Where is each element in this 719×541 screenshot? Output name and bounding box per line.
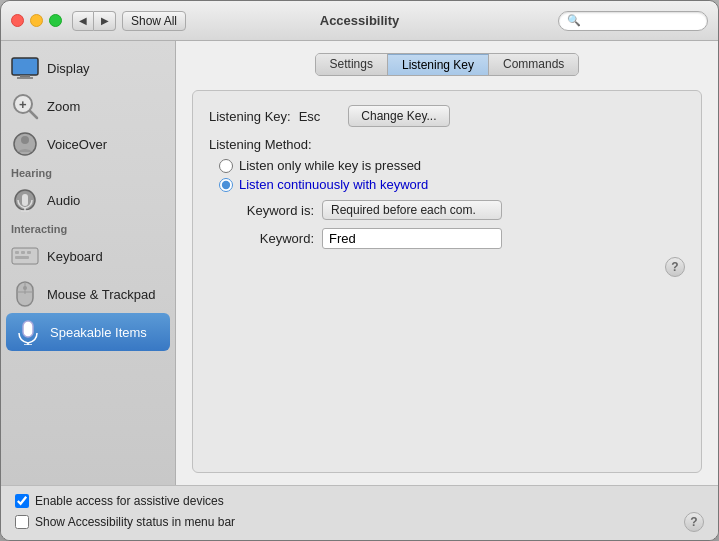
sidebar-item-mouse-trackpad[interactable]: Mouse & Trackpad: [1, 275, 175, 313]
svg-rect-13: [15, 251, 19, 254]
svg-point-20: [23, 286, 27, 290]
svg-rect-14: [21, 251, 25, 254]
main-panel: Settings Listening Key Commands Listenin…: [176, 41, 718, 485]
audio-icon: [11, 186, 39, 214]
back-button[interactable]: ◀: [72, 11, 94, 31]
radio-while-pressed[interactable]: [219, 159, 233, 173]
keyword-is-dropdown-wrapper: Required before each com. Optional befor…: [322, 200, 502, 220]
radio-row-while-pressed: Listen only while key is pressed: [219, 158, 685, 173]
traffic-lights: [11, 14, 62, 27]
checkbox-row-assistive: Enable access for assistive devices: [15, 494, 704, 508]
listening-key-label: Listening Key:: [209, 109, 291, 124]
keyword-label: Keyword:: [229, 231, 314, 246]
window-title: Accessibility: [320, 13, 400, 28]
titlebar: ◀ ▶ Show All Accessibility 🔍: [1, 1, 718, 41]
keyword-is-row: Keyword is: Required before each com. Op…: [229, 200, 685, 220]
maximize-button[interactable]: [49, 14, 62, 27]
sidebar-label-speakable-items: Speakable Items: [50, 325, 147, 340]
radio-row-continuously: Listen continuously with keyword: [219, 177, 685, 192]
bottom-help-icon[interactable]: ?: [684, 512, 704, 532]
interacting-section-label: Interacting: [1, 219, 175, 237]
minimize-button[interactable]: [30, 14, 43, 27]
speakable-icon: [14, 318, 42, 346]
checkbox-assistive-devices[interactable]: [15, 494, 29, 508]
tab-group: Settings Listening Key Commands: [315, 53, 580, 76]
radio-label-continuously: Listen continuously with keyword: [239, 177, 428, 192]
tabs-bar: Settings Listening Key Commands: [192, 53, 702, 76]
tab-listening-key[interactable]: Listening Key: [388, 54, 489, 75]
close-button[interactable]: [11, 14, 24, 27]
search-input[interactable]: [584, 14, 699, 28]
content: Display + Zoom: [1, 41, 718, 485]
help-row: ?: [209, 257, 685, 277]
svg-rect-15: [27, 251, 31, 254]
sidebar-item-speakable-items[interactable]: Speakable Items: [6, 313, 170, 351]
checkbox-label-assistive: Enable access for assistive devices: [35, 494, 224, 508]
nav-buttons: ◀ ▶: [72, 11, 116, 31]
listening-method-section: Listening Method: Listen only while key …: [209, 137, 685, 192]
keyword-input[interactable]: [322, 228, 502, 249]
radio-continuously[interactable]: [219, 178, 233, 192]
svg-rect-9: [22, 194, 28, 206]
tab-settings[interactable]: Settings: [316, 54, 388, 75]
svg-rect-21: [23, 321, 33, 337]
svg-rect-0: [12, 58, 38, 75]
listening-key-value: Esc: [299, 109, 321, 124]
forward-button[interactable]: ▶: [94, 11, 116, 31]
sidebar-item-keyboard[interactable]: Keyboard: [1, 237, 175, 275]
settings-area: Listening Key: Esc Change Key... Listeni…: [192, 90, 702, 473]
sidebar-label-display: Display: [47, 61, 90, 76]
keyword-is-label: Keyword is:: [229, 203, 314, 218]
listening-method-label: Listening Method:: [209, 137, 685, 152]
svg-point-7: [21, 136, 29, 144]
help-icon[interactable]: ?: [665, 257, 685, 277]
sidebar-item-zoom[interactable]: + Zoom: [1, 87, 175, 125]
sidebar-item-audio[interactable]: Audio: [1, 181, 175, 219]
sidebar: Display + Zoom: [1, 41, 176, 485]
hearing-section-label: Hearing: [1, 163, 175, 181]
svg-text:+: +: [19, 97, 27, 112]
keyword-row: Keyword:: [229, 228, 685, 249]
sidebar-item-voiceover[interactable]: VoiceOver: [1, 125, 175, 163]
voiceover-icon: [11, 130, 39, 158]
svg-rect-16: [15, 256, 29, 259]
svg-rect-2: [17, 77, 33, 79]
checkbox-row-status: Show Accessibility status in menu bar: [15, 515, 235, 529]
mouse-icon: [11, 280, 39, 308]
search-icon: 🔍: [567, 14, 581, 27]
sidebar-label-keyboard: Keyboard: [47, 249, 103, 264]
listening-key-row: Listening Key: Esc Change Key...: [209, 105, 685, 127]
sidebar-label-mouse-trackpad: Mouse & Trackpad: [47, 287, 155, 302]
checkbox-label-status: Show Accessibility status in menu bar: [35, 515, 235, 529]
keyword-is-dropdown[interactable]: Required before each com. Optional befor…: [322, 200, 502, 220]
svg-line-5: [30, 111, 37, 118]
bottom-bar: Enable access for assistive devices Show…: [1, 485, 718, 540]
sidebar-label-audio: Audio: [47, 193, 80, 208]
show-all-button[interactable]: Show All: [122, 11, 186, 31]
sidebar-item-display[interactable]: Display: [1, 49, 175, 87]
zoom-icon: +: [11, 92, 39, 120]
change-key-button[interactable]: Change Key...: [348, 105, 449, 127]
display-icon: [11, 54, 39, 82]
radio-label-while-pressed: Listen only while key is pressed: [239, 158, 421, 173]
checkbox-status-bar[interactable]: [15, 515, 29, 529]
keyboard-icon: [11, 242, 39, 270]
sidebar-label-zoom: Zoom: [47, 99, 80, 114]
search-box[interactable]: 🔍: [558, 11, 708, 31]
sidebar-label-voiceover: VoiceOver: [47, 137, 107, 152]
tab-commands[interactable]: Commands: [489, 54, 578, 75]
main-window: ◀ ▶ Show All Accessibility 🔍 Display: [0, 0, 719, 541]
